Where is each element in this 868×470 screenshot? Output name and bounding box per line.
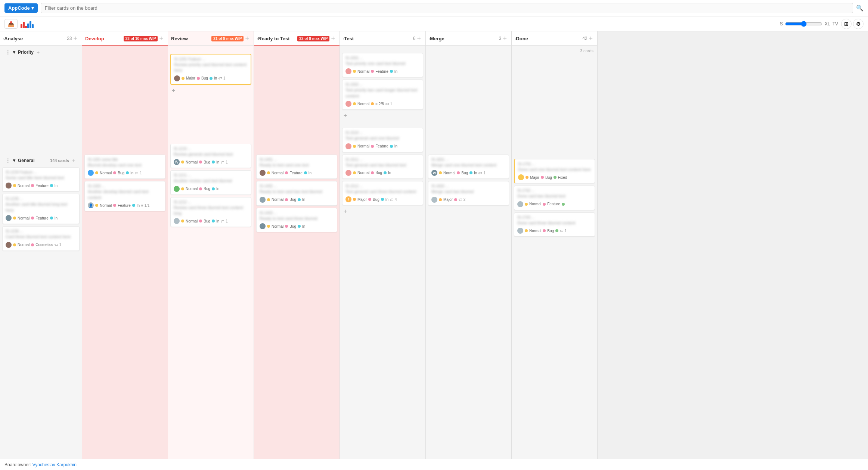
card-merge-1[interactable]: IS-1601 ... Merge card one blurred text … bbox=[428, 155, 509, 179]
card-review-1[interactable]: IS-1210 ... Review general card blurred … bbox=[170, 144, 251, 168]
card-test-g3[interactable]: IS-1512 ... Test general card three blur… bbox=[342, 181, 423, 205]
tag-rp: Major bbox=[186, 76, 195, 80]
card-meta-tp1: Normal Feature In bbox=[345, 68, 420, 74]
dot-rtt1b bbox=[285, 171, 288, 174]
swimlane-header-priority[interactable]: ⋮ ▼ Priority + bbox=[2, 48, 80, 57]
card-test-g2[interactable]: IS-1511 ... Test general card two blurre… bbox=[342, 155, 423, 179]
tag-r1: Normal bbox=[186, 160, 198, 164]
tag-tg2b: Bug bbox=[375, 171, 382, 175]
card-title: Some card title here blurred text bbox=[6, 175, 76, 181]
column-body-merge: IS-1601 ... Merge card one blurred text … bbox=[426, 46, 511, 459]
card-develop-2[interactable]: IS-1302 ... Another develop blurred card… bbox=[84, 181, 165, 211]
general-cards-count: 144 cards bbox=[50, 158, 69, 163]
card-review-priority[interactable]: IS-1201 Feature ... Review priority card… bbox=[170, 54, 251, 85]
column-body-review: IS-1201 Feature ... Review priority card… bbox=[168, 46, 254, 459]
column-header-review: Review 21 of 8 max WIP + bbox=[168, 31, 254, 46]
card-rtt-3[interactable]: IS-1403 ... Ready to test card three blu… bbox=[256, 208, 337, 232]
card-rtt-2[interactable]: IS-1402 ... Ready to test card two text … bbox=[256, 181, 337, 205]
card-title-3: Card three blurred text content here bbox=[6, 234, 76, 240]
column-title-review: Review bbox=[171, 36, 210, 41]
add-test-card[interactable]: + bbox=[415, 35, 422, 42]
card-meta-tg3: ! Major Bug In 🏷 4 bbox=[345, 196, 420, 202]
card-test-p1[interactable]: IS-1501 ... Test priority one card text … bbox=[342, 53, 423, 77]
tag-tg1c: In bbox=[394, 144, 397, 148]
board-owner-link[interactable]: Vyacheslav Karpukhin bbox=[32, 462, 77, 467]
card-id: IS-1234 Feature ... bbox=[6, 170, 76, 174]
tag-r3b: Bug bbox=[204, 219, 210, 223]
avatar-dn1 bbox=[518, 174, 524, 180]
board-footer: Board owner: Vyacheslav Karpukhin bbox=[0, 459, 868, 470]
search-input[interactable] bbox=[41, 3, 853, 13]
card-id-tp1: IS-1501 ... bbox=[345, 56, 420, 60]
add-rtt-card[interactable]: + bbox=[329, 35, 337, 42]
add-review-card[interactable]: + bbox=[244, 35, 251, 42]
bar-red-3 bbox=[25, 26, 27, 28]
column-header-merge: ‹ Merge 3 + bbox=[426, 31, 511, 46]
card-analyse-1[interactable]: IS-1234 Feature ... Some card title here… bbox=[2, 167, 80, 192]
card-meta-r1: W Normal Bug In 🏷 1 bbox=[174, 159, 248, 165]
card-title-2: Another card title blurred long text her… bbox=[6, 202, 76, 213]
card-review-2[interactable]: IS-1211 ... Another review card text blu… bbox=[170, 170, 251, 194]
board-view-button[interactable]: ⊞ bbox=[841, 19, 852, 29]
card-id-r1: IS-1210 ... bbox=[174, 147, 248, 151]
add-in-col-review[interactable]: + bbox=[170, 87, 251, 94]
dot-r2c bbox=[212, 187, 215, 190]
card-meta-m2: Major 🏷 2 bbox=[431, 197, 506, 203]
dot-r1 bbox=[181, 161, 184, 164]
tag-d1b: Bug bbox=[118, 171, 124, 175]
swimlane-header-general[interactable]: ⋮ ▼ General 144 cards + bbox=[2, 156, 80, 165]
dot-r1c bbox=[212, 161, 215, 164]
card-analyse-3[interactable]: IS-1236 ... Card three blurred text cont… bbox=[2, 226, 80, 250]
add-test-general-in[interactable]: + bbox=[342, 208, 423, 215]
card-analyse-2[interactable]: IS-1235 ... Another card title blurred l… bbox=[2, 194, 80, 224]
card-meta-r2: Normal Bug In bbox=[174, 186, 248, 192]
card-merge-2[interactable]: IS-1602 ... Merge card two blurred Major… bbox=[428, 181, 509, 205]
tag-d2: Normal bbox=[100, 203, 112, 208]
dot-tp1b bbox=[371, 70, 374, 73]
add-general-card[interactable]: + bbox=[71, 158, 77, 163]
avatar-rtt3 bbox=[260, 223, 266, 229]
type-label: Feature bbox=[35, 184, 48, 188]
avatar-tg3: ! bbox=[345, 196, 351, 202]
avatar-rp bbox=[174, 75, 180, 81]
avatar-d2: 👤 bbox=[88, 202, 94, 208]
card-done-2[interactable]: IS-1702 ... Done card two blurred text N… bbox=[514, 186, 595, 210]
size-slider[interactable] bbox=[785, 21, 822, 27]
add-test-in[interactable]: + bbox=[342, 112, 423, 119]
column-review: Review 21 of 8 max WIP + IS-1201 Feature… bbox=[168, 31, 254, 459]
dot-tg3b bbox=[368, 198, 371, 201]
add-done-card[interactable]: + bbox=[587, 35, 594, 42]
card-meta-tg1: Normal Feature In bbox=[345, 143, 420, 149]
tag-dn1c: Fixed bbox=[558, 175, 567, 180]
tag-rtt1: Normal bbox=[272, 171, 283, 175]
tag-link-d1: 🏷 1 bbox=[135, 171, 142, 175]
card-test-g1[interactable]: IS-1510 ... Test general card one blurre… bbox=[342, 128, 423, 152]
add-develop-card[interactable]: + bbox=[158, 35, 165, 42]
add-priority-card[interactable]: + bbox=[35, 50, 41, 55]
card-done-3[interactable]: IS-1703 ... Done card three blurred cont… bbox=[514, 212, 595, 237]
bar-blue-1 bbox=[27, 24, 29, 28]
status-dot bbox=[50, 184, 53, 187]
card-done-1[interactable]: IS-1701 ... Done card one blurred text c… bbox=[514, 159, 595, 183]
app-menu-button[interactable]: AppCode ▾ bbox=[4, 3, 38, 13]
add-card-button[interactable]: + bbox=[72, 35, 79, 42]
card-id-tg1: IS-1510 ... bbox=[345, 131, 420, 135]
swimlane-title: Priority bbox=[18, 50, 34, 55]
dot-d1c bbox=[126, 171, 129, 174]
column-count-merge: 3 bbox=[499, 36, 502, 41]
dot-dn2b bbox=[543, 203, 546, 206]
search-button[interactable]: 🔍 bbox=[856, 4, 864, 12]
add-merge-card[interactable]: + bbox=[501, 35, 508, 42]
dot-r2 bbox=[181, 187, 184, 190]
column-count-test: 6 bbox=[413, 36, 416, 41]
card-review-3[interactable]: IS-1212 ... Review card three blurred te… bbox=[170, 197, 251, 227]
card-test-p2[interactable]: IS-1502 ... Test priority two card longe… bbox=[342, 80, 423, 110]
card-title-dn2: Done card two blurred text bbox=[517, 193, 592, 199]
card-develop-1[interactable]: IS-1301 some title Blurred develop card … bbox=[84, 155, 165, 179]
card-rtt-1[interactable]: IS-1401 ... Ready to test card one text … bbox=[256, 155, 337, 179]
settings-button[interactable]: ⚙ bbox=[853, 19, 864, 29]
inbox-button[interactable]: 📥 bbox=[4, 19, 18, 29]
avatar-3 bbox=[6, 242, 12, 248]
size-label-s: S bbox=[780, 21, 783, 27]
tag-link-rp: 🏷 1 bbox=[218, 76, 225, 80]
